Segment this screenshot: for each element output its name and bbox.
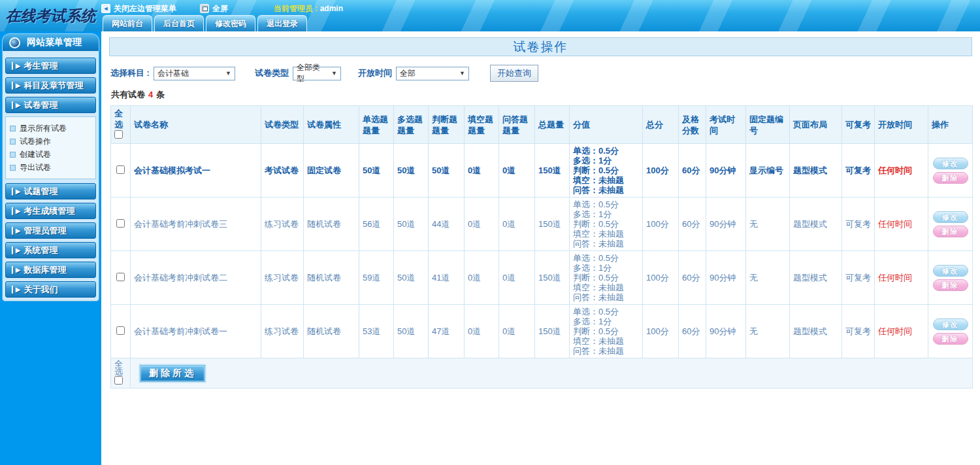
open-time: 任何时间: [875, 198, 928, 251]
row-checkbox[interactable]: [116, 273, 125, 281]
menu-label: 管理员管理: [24, 225, 66, 237]
square-bullet-icon: [10, 165, 16, 171]
sidebar-menu-panel: ▎▶ 考生管理 ▎▶ 科目及章节管理 ▎▶ 试卷管理 显示所有试卷 试卷操作 创…: [2, 51, 99, 301]
edit-button[interactable]: 修改: [933, 319, 968, 330]
row-checkbox[interactable]: [116, 219, 125, 228]
edit-button[interactable]: 修改: [933, 265, 968, 277]
sidebar-item-system-mgmt[interactable]: ▎▶ 系统管理: [5, 242, 96, 258]
submenu-show-all-papers[interactable]: 显示所有试卷: [10, 122, 91, 135]
count-value: 4: [148, 90, 153, 99]
fullscreen-label: 全屏: [212, 3, 228, 14]
submenu-export-paper[interactable]: 导出试卷: [10, 161, 91, 174]
header-paper-type: 试卷类型: [261, 106, 304, 144]
sidebar-item-score-mgmt[interactable]: ▎▶ 考生成绩管理: [5, 203, 96, 219]
header-open-time: 开放时间: [875, 106, 928, 144]
multi-count: 50道: [394, 305, 429, 358]
page-layout: 题型模式: [790, 144, 842, 198]
sidebar-item-examinee-mgmt[interactable]: ▎▶ 考生管理: [5, 58, 96, 74]
table-row: 会计基础模拟考试一 考试试卷 固定试卷 50道 50道 50道 0道 0道 15…: [111, 144, 973, 198]
menu-arrow-icon: ▎▶: [12, 247, 19, 254]
paper-name: 会计基础模拟考试一: [131, 144, 261, 198]
pass-score: 60分: [679, 305, 706, 358]
close-left-menu-button[interactable]: ◄ 关闭左边管理菜单: [101, 3, 176, 14]
submenu-create-paper[interactable]: 创建试卷: [10, 148, 91, 161]
row-checkbox[interactable]: [116, 326, 125, 335]
delete-button[interactable]: 删除: [933, 172, 968, 184]
submenu-paper-operations[interactable]: 试卷操作: [10, 135, 91, 148]
type-select-value: 全部类型: [297, 62, 327, 84]
single-count: 50道: [359, 144, 394, 198]
paper-name: 会计基础考前冲刺试卷三: [131, 198, 261, 251]
footer-select-all-checkbox[interactable]: [114, 376, 123, 385]
row-checkbox[interactable]: [116, 165, 125, 174]
score-values: 单选：0.5分多选：1分判断：0.5分填空：未抽题问答：未抽题: [570, 251, 643, 305]
paper-attr: 随机试卷: [304, 251, 359, 305]
search-button[interactable]: 开始查询: [490, 65, 538, 82]
blank-count: 0道: [465, 144, 499, 198]
retake: 可复考: [842, 251, 875, 305]
blank-count: 0道: [465, 305, 499, 358]
sidebar-orb-icon: [9, 37, 20, 48]
paper-name: 会计基础考前冲刺试卷二: [131, 251, 261, 305]
open-time: 任何时间: [875, 251, 928, 305]
sidebar-item-about-us[interactable]: ▎▶ 关于我们: [5, 281, 96, 298]
square-bullet-icon: [10, 126, 16, 131]
select-all-checkbox[interactable]: [114, 130, 123, 139]
subject-select[interactable]: 会计基础 ▼: [154, 67, 235, 80]
top-nav-tabs: 网站前台 后台首页 修改密码 退出登录: [103, 15, 307, 31]
header-fixed-number: 固定题编号: [746, 106, 790, 144]
sidebar-header: 网站菜单管理: [2, 33, 99, 51]
page-title: 试卷操作: [109, 37, 972, 56]
edit-button[interactable]: 修改: [933, 211, 968, 223]
pass-score: 60分: [679, 198, 706, 251]
score-values: 单选：0.5分多选：1分判断：0.5分填空：未抽题问答：未抽题: [570, 144, 643, 198]
open-time-select[interactable]: 全部 ▼: [396, 67, 469, 80]
close-left-menu-label: 关闭左边管理菜单: [114, 3, 176, 14]
tab-admin-home[interactable]: 后台首页: [154, 15, 204, 31]
retake: 可复考: [842, 198, 875, 251]
row-operations: 修改 删除: [928, 251, 973, 305]
tab-change-password[interactable]: 修改密码: [206, 15, 255, 31]
fullscreen-button[interactable]: 全屏: [200, 3, 228, 14]
pass-score: 60分: [679, 251, 706, 305]
dropdown-arrow-icon: ▼: [225, 70, 231, 77]
edit-button[interactable]: 修改: [933, 158, 968, 169]
header-paper-attr: 试卷属性: [304, 106, 359, 144]
tab-site-front[interactable]: 网站前台: [103, 15, 152, 31]
collapse-left-icon: ◄: [101, 4, 110, 13]
sidebar-item-admin-mgmt[interactable]: ▎▶ 管理员管理: [5, 222, 96, 239]
tab-logout[interactable]: 退出登录: [257, 15, 307, 31]
open-select-value: 全部: [400, 68, 416, 79]
judge-count: 41道: [429, 251, 465, 305]
paper-type-select[interactable]: 全部类型 ▼: [293, 67, 341, 80]
row-operations: 修改 删除: [928, 144, 973, 198]
fixed-number: 显示编号: [746, 144, 790, 198]
delete-selected-button[interactable]: 删除所选: [140, 365, 205, 382]
delete-button[interactable]: 删除: [933, 333, 968, 345]
sidebar-item-paper-mgmt[interactable]: ▎▶ 试卷管理: [5, 97, 96, 113]
header-multi-count: 多选题题量: [394, 106, 429, 144]
current-admin-info: 当前管理员 : admin: [274, 3, 343, 14]
total-count: 150道: [535, 305, 570, 358]
sidebar-item-subject-chapter-mgmt[interactable]: ▎▶ 科目及章节管理: [5, 77, 96, 94]
app-logo: 在线考试系统: [0, 0, 101, 31]
delete-button[interactable]: 删除: [933, 226, 968, 237]
subject-select-value: 会计基础: [157, 68, 189, 79]
header-retake: 可复考: [842, 106, 875, 144]
header-single-count: 单选题题量: [359, 106, 394, 144]
menu-arrow-icon: ▎▶: [12, 62, 19, 69]
fullscreen-icon: [200, 4, 209, 13]
total-count: 150道: [535, 144, 570, 198]
sidebar-item-question-mgmt[interactable]: ▎▶ 试题管理: [5, 183, 96, 199]
delete-button[interactable]: 删除: [933, 279, 968, 291]
menu-arrow-icon: ▎▶: [12, 82, 19, 89]
dropdown-arrow-icon: ▼: [331, 70, 337, 77]
sidebar-item-database-mgmt[interactable]: ▎▶ 数据库管理: [5, 262, 96, 278]
submenu-label: 导出试卷: [20, 161, 51, 174]
submenu-label: 创建试卷: [20, 148, 51, 161]
total-score: 100分: [643, 251, 679, 305]
type-filter-label: 试卷类型: [255, 67, 289, 79]
main-content: 试卷操作 选择科目 : 会计基础 ▼ 试卷类型 全部类型 ▼ 开放时间 全部 ▼…: [101, 31, 980, 465]
paper-attr: 固定试卷: [304, 144, 359, 198]
paper-mgmt-submenu: 显示所有试卷 试卷操作 创建试卷 导出试卷: [5, 116, 96, 179]
